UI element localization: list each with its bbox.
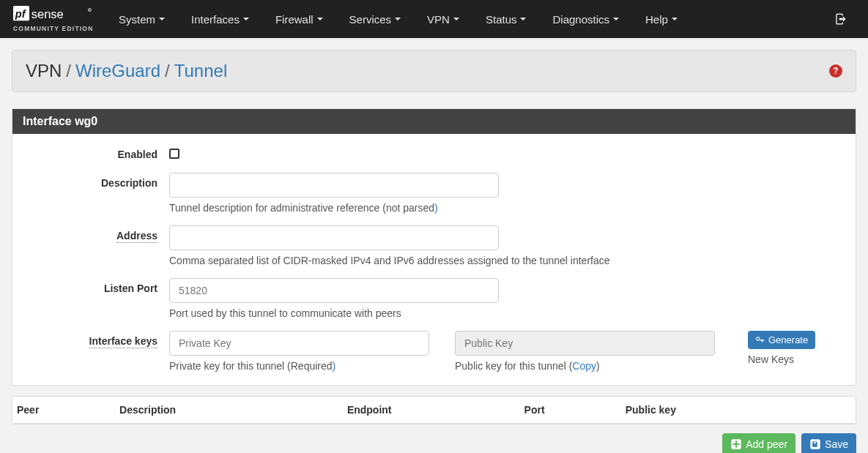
row-description: Description Tunnel description for admin… (23, 173, 845, 214)
chevron-down-icon (243, 18, 249, 20)
nav-firewall[interactable]: Firewall (262, 3, 336, 36)
copy-link[interactable]: Copy (572, 360, 596, 372)
svg-text:pf: pf (15, 8, 27, 20)
nav-diagnostics[interactable]: Diagnostics (539, 3, 632, 36)
label-enabled: Enabled (23, 144, 169, 160)
chevron-down-icon (395, 18, 401, 20)
chevron-down-icon (453, 18, 459, 20)
address-help: Comma separated list of CIDR-masked IPv4… (169, 255, 845, 266)
table-header-row: Peer Description Endpoint Port Public ke… (12, 397, 856, 424)
label-listen-port: Listen Port (23, 278, 169, 294)
nav-services[interactable]: Services (336, 3, 415, 36)
address-input[interactable] (169, 225, 499, 250)
th-endpoint: Endpoint (341, 397, 519, 424)
th-description: Description (114, 397, 341, 424)
help-icon[interactable]: ? (829, 64, 842, 78)
row-address: Address Comma separated list of CIDR-mas… (23, 225, 845, 266)
peers-table: Peer Description Endpoint Port Public ke… (12, 396, 856, 424)
label-description: Description (23, 173, 169, 189)
logout-icon (834, 12, 847, 26)
breadcrumb-root: VPN (26, 61, 62, 81)
generate-button[interactable]: Generate (748, 331, 815, 349)
nav-help[interactable]: Help (632, 3, 691, 36)
nav-items: System Interfaces Firewall Services VPN … (105, 3, 827, 36)
nav-system[interactable]: System (105, 3, 178, 36)
listen-port-input[interactable] (169, 278, 499, 303)
key-icon (755, 335, 765, 345)
logo[interactable]: pf sense R COMMUNITY EDITION (13, 6, 94, 32)
private-key-help: Private key for this tunnel (Required) (169, 360, 433, 372)
description-help: Tunnel description for administrative re… (169, 202, 845, 214)
private-key-input[interactable] (169, 331, 429, 356)
th-peer: Peer (12, 397, 114, 424)
nav-interfaces[interactable]: Interfaces (178, 3, 262, 36)
new-keys-label: New Keys (748, 353, 815, 365)
save-button[interactable]: Save (801, 433, 856, 453)
description-input[interactable] (169, 173, 499, 198)
listen-port-help: Port used by this tunnel to communicate … (169, 307, 845, 319)
page-header: VPN / WireGuard / Tunnel ? (12, 50, 856, 92)
svg-text:sense: sense (31, 7, 64, 20)
chevron-down-icon (159, 18, 165, 20)
breadcrumb-wireguard[interactable]: WireGuard (75, 61, 160, 81)
label-interface-keys: Interface keys (89, 335, 157, 348)
chevron-down-icon (613, 18, 619, 20)
row-interface-keys: Interface keys Private key for this tunn… (23, 331, 845, 372)
chevron-down-icon (520, 18, 526, 20)
public-key-input[interactable] (455, 331, 715, 356)
add-peer-button[interactable]: Add peer (722, 433, 795, 453)
breadcrumb-tunnel[interactable]: Tunnel (174, 61, 228, 81)
chevron-down-icon (317, 18, 323, 20)
plus-icon (730, 438, 742, 450)
panel-title: Interface wg0 (12, 109, 856, 134)
row-enabled: Enabled (23, 144, 845, 161)
pfsense-logo-icon: pf sense R (13, 6, 94, 23)
svg-text:R: R (89, 9, 91, 12)
th-public-key: Public key (620, 397, 856, 424)
top-navbar: pf sense R COMMUNITY EDITION System Inte… (0, 0, 868, 38)
public-key-help: Public key for this tunnel (Copy) (455, 360, 719, 372)
nav-status[interactable]: Status (472, 3, 540, 36)
nav-vpn[interactable]: VPN (414, 3, 472, 36)
row-listen-port: Listen Port Port used by this tunnel to … (23, 278, 845, 319)
logout-button[interactable] (827, 5, 855, 33)
breadcrumb: VPN / WireGuard / Tunnel (26, 61, 829, 81)
enabled-checkbox[interactable] (169, 149, 179, 159)
chevron-down-icon (672, 18, 678, 20)
logo-subtitle: COMMUNITY EDITION (13, 25, 94, 32)
interface-panel: Interface wg0 Enabled Description Tunnel… (12, 108, 856, 386)
th-port: Port (519, 397, 620, 424)
svg-rect-7 (814, 442, 816, 443)
label-address: Address (116, 230, 157, 243)
save-icon (809, 438, 821, 450)
action-buttons: Add peer Save (12, 433, 856, 453)
